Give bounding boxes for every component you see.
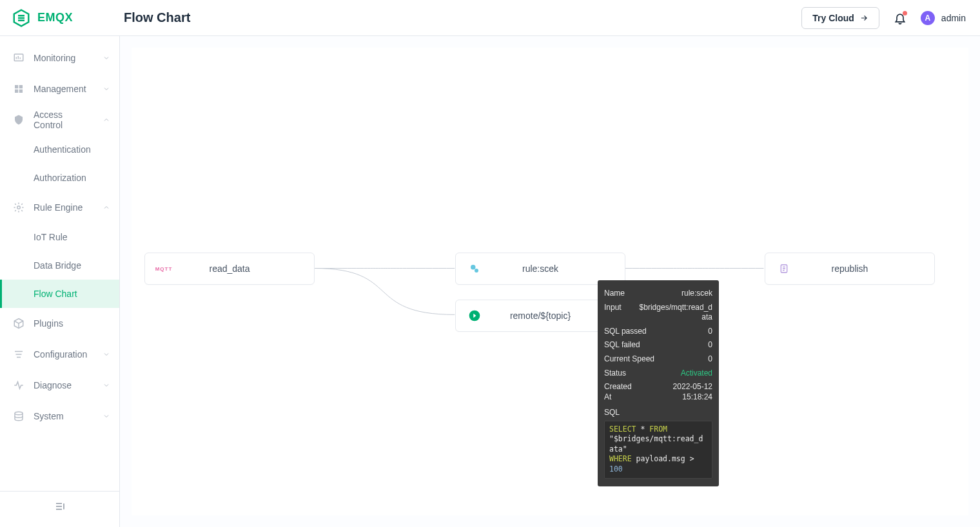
tooltip-value: rule:scek: [681, 289, 712, 299]
notifications-button[interactable]: [894, 12, 906, 24]
tooltip-row: Current Speed0: [604, 352, 712, 367]
access-icon: [13, 114, 24, 126]
sidebar-item-label: System: [34, 411, 93, 421]
diagnose-icon: [13, 379, 24, 391]
tooltip-sql-label: SQL: [604, 404, 712, 421]
brand-logo-icon: [12, 8, 31, 28]
page-title: Flow Chart: [124, 10, 190, 25]
sidebar-item-plugins[interactable]: Plugins: [0, 308, 119, 339]
sidebar-subitem-authentication[interactable]: Authentication: [0, 135, 119, 164]
sidebar-item-label: Access Control: [34, 110, 93, 130]
try-cloud-label: Try Cloud: [812, 13, 854, 23]
try-cloud-button[interactable]: Try Cloud: [801, 7, 879, 29]
tooltip-row: Created At2022-05-12 15:18:24: [604, 380, 712, 404]
tooltip-row: SQL failed0: [604, 338, 712, 352]
sidebar-item-label: Management: [34, 84, 93, 94]
node-republish[interactable]: republish: [765, 253, 935, 285]
brand-text: EMQX: [37, 11, 73, 24]
system-icon: [13, 410, 24, 422]
tooltip-value: 0: [708, 340, 712, 350]
tooltip-value: $bridges/mqtt:read_data: [635, 303, 712, 323]
app-header: EMQX Flow Chart Try Cloud A admin: [0, 0, 980, 36]
svg-point-6: [15, 412, 23, 415]
tooltip-key: SQL passed: [604, 327, 647, 337]
flow-edges: [132, 48, 968, 524]
svg-point-5: [17, 206, 21, 209]
user-name[interactable]: admin: [941, 13, 966, 23]
sidebar-item-configuration[interactable]: Configuration: [0, 339, 119, 370]
sidebar-item-label: Configuration: [34, 349, 93, 359]
flow-canvas[interactable]: MQTT read_data rule:scek remote/${topic}: [132, 48, 968, 515]
tooltip-value: 0: [708, 327, 712, 337]
node-read-data[interactable]: MQTT read_data: [144, 253, 315, 285]
svg-rect-3: [15, 90, 18, 93]
sidebar-item-monitoring[interactable]: Monitoring: [0, 43, 119, 73]
sidebar-collapse-button[interactable]: [0, 491, 119, 521]
sidebar-item-label: Plugins: [34, 318, 110, 329]
svg-rect-1: [15, 85, 18, 88]
sidebar-item-label: Diagnose: [34, 380, 93, 390]
sidebar-item-diagnose[interactable]: Diagnose: [0, 370, 119, 401]
node-label: read_data: [157, 264, 302, 274]
sidebar-item-rule-engine[interactable]: Rule Engine: [0, 192, 119, 223]
tooltip-key: Input: [604, 303, 622, 323]
brand[interactable]: EMQX: [12, 8, 120, 28]
sidebar-subitem-flow-chart[interactable]: Flow Chart: [0, 280, 119, 308]
sidebar-item-label: Rule Engine: [34, 202, 93, 213]
tooltip-row: StatusActivated: [604, 367, 712, 381]
canvas-area[interactable]: MQTT read_data rule:scek remote/${topic}: [120, 36, 980, 527]
node-label: rule:scek: [467, 264, 613, 274]
tooltip-key: Created At: [604, 382, 638, 402]
svg-rect-4: [19, 90, 23, 93]
tooltip-value: 2022-05-12 15:18:24: [645, 382, 712, 402]
sidebar-item-access-control[interactable]: Access Control: [0, 104, 119, 135]
monitoring-icon: [13, 52, 24, 64]
rule-icon: [13, 202, 24, 213]
tooltip-value: 0: [708, 354, 712, 365]
plugins-icon: [13, 318, 24, 329]
collapse-icon: [54, 501, 66, 512]
tooltip-row: SQL passed0: [604, 325, 712, 339]
tooltip-key: Current Speed: [604, 354, 654, 365]
tooltip-sql: SELECT * FROM"$bridges/mqtt:read_data"WH…: [604, 421, 712, 479]
notification-dot-icon: [903, 11, 907, 15]
sidebar-item-management[interactable]: Management: [0, 73, 119, 104]
tooltip-row: Namerule:scek: [604, 287, 712, 301]
sidebar-item-system[interactable]: System: [0, 401, 119, 432]
sidebar-subitem-data-bridge[interactable]: Data Bridge: [0, 251, 119, 280]
node-label: republish: [777, 264, 923, 274]
node-label: remote/${topic}: [467, 311, 613, 321]
config-icon: [13, 349, 24, 360]
sidebar-subitem-authorization[interactable]: Authorization: [0, 164, 119, 192]
svg-rect-2: [19, 85, 23, 88]
tooltip-key: Name: [604, 289, 625, 299]
sidebar-subitem-iot-rule[interactable]: IoT Rule: [0, 223, 119, 251]
sidebar-item-label: Monitoring: [34, 53, 93, 63]
tooltip-value: Activated: [681, 369, 712, 379]
avatar[interactable]: A: [921, 11, 935, 25]
arrow-right-icon: [859, 14, 868, 23]
rule-tooltip: Namerule:scekInput$bridges/mqtt:read_dat…: [598, 280, 719, 486]
tooltip-key: Status: [604, 369, 626, 379]
management-icon: [13, 83, 24, 95]
sidebar: MonitoringManagementAccess ControlAuthen…: [0, 36, 120, 527]
tooltip-row: Input$bridges/mqtt:read_data: [604, 301, 712, 325]
tooltip-key: SQL failed: [604, 340, 640, 350]
